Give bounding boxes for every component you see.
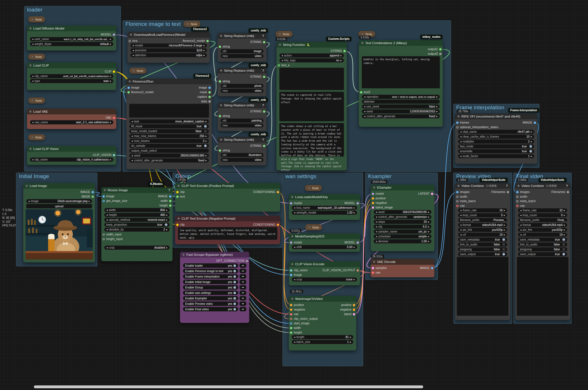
combo-left-arrow-icon[interactable]: ◀ <box>132 44 134 46</box>
input-port-clip_vision_output[interactable] <box>290 318 292 320</box>
output-port-OPT_CONNECTION[interactable] <box>246 260 248 262</box>
toggle-dot[interactable] <box>562 238 565 241</box>
combo-right-arrow-icon[interactable]: ▶ <box>436 106 438 108</box>
combo-right-arrow-icon[interactable]: ▶ <box>206 120 207 122</box>
combo-left-arrow-icon[interactable]: ◀ <box>460 224 461 226</box>
combo-left-arrow-icon[interactable]: ◀ <box>294 278 295 280</box>
combo-right-arrow-icon[interactable]: ▶ <box>110 38 111 40</box>
combo-left-arrow-icon[interactable]: ◀ <box>32 75 33 77</box>
widget-tidy_tags[interactable]: ◀tidy_tagsno▶ <box>279 58 344 63</box>
combo-left-arrow-icon[interactable]: ◀ <box>281 59 283 61</box>
widget-keep_model_loaded[interactable]: keep_model_loadedfalse <box>129 129 209 133</box>
input-port-negative[interactable] <box>372 202 374 204</box>
output-port-MODEL[interactable] <box>113 34 115 36</box>
combo-left-arrow-icon[interactable]: ◀ <box>131 120 133 122</box>
input-port-meta_batch[interactable] <box>456 200 459 202</box>
node-loadclipvision[interactable]: Load CLIP VisionCLIP_VISION◀clip_namecli… <box>27 146 116 165</box>
widget-num_beams[interactable]: ◀num_beams3▶ <box>129 139 209 143</box>
combo-right-arrow-icon[interactable]: ▶ <box>204 54 205 56</box>
combo-right-arrow-icon[interactable]: ▶ <box>110 75 111 77</box>
widget-new[interactable]: newvideo <box>220 123 264 128</box>
widget-loop_count[interactable]: ◀loop_count0▶ <box>518 213 567 217</box>
widget-scheduler[interactable]: ◀schedulersimple▶ <box>374 234 432 239</box>
combo-left-arrow-icon[interactable]: ◀ <box>131 140 133 142</box>
combo-left-arrow-icon[interactable]: ◀ <box>364 96 365 98</box>
combo-right-arrow-icon[interactable]: ▶ <box>564 234 565 236</box>
input-port-audio[interactable] <box>516 196 519 198</box>
widget-control_after_generate[interactable]: ◀control_after_generatefixed▶ <box>129 158 209 163</box>
widget-seed[interactable]: ◀seed606197642990195▶ <box>374 210 432 214</box>
input-port-clip[interactable] <box>176 224 179 226</box>
combo-left-arrow-icon[interactable]: ◀ <box>132 49 134 51</box>
node-modelsampling[interactable]: ModelSamplingSD3modelMODEL◀shift5.00▶ <box>289 233 360 252</box>
widget-save_metadata[interactable]: save_metadatatrue <box>518 237 567 242</box>
bypass-toggle[interactable]: Enable Groupyes <box>183 285 238 290</box>
combo-right-arrow-icon[interactable]: ▶ <box>204 49 205 51</box>
output-port-IMAGE[interactable] <box>92 191 94 193</box>
bypass-arrow-button[interactable]: ➡ <box>239 307 246 311</box>
combo-right-arrow-icon[interactable]: ▶ <box>166 219 168 221</box>
combo-right-arrow-icon[interactable]: ▶ <box>531 155 532 157</box>
node-header[interactable]: Florence2Run <box>126 79 212 84</box>
output-port-STRING[interactable] <box>263 76 265 78</box>
toggle-dot[interactable] <box>204 125 207 128</box>
toggle-dot[interactable] <box>204 144 207 147</box>
node-rife[interactable]: RIFE VFI (recommend rife47 and rife49)fr… <box>455 114 537 164</box>
widget-filename_prefix[interactable]: filename_prefixFinal_ <box>518 218 567 222</box>
node-header[interactable]: Resize Image? <box>101 187 173 193</box>
widget-seed[interactable]: ◀seed1109353555962553▶ <box>362 109 440 114</box>
bypass-arrow-button[interactable]: ➡ <box>239 301 246 306</box>
node-header[interactable]: LoraLoaderModelOnly <box>289 194 360 200</box>
node-header[interactable]: Fast Groups Bypasser (rgthree) <box>180 252 249 258</box>
output-port-CLIP_VISION_OUTPUT[interactable] <box>357 269 359 272</box>
output-port-width[interactable] <box>169 200 171 202</box>
combo-left-arrow-icon[interactable]: ◀ <box>520 229 521 231</box>
input-port-latent_image[interactable] <box>372 206 374 209</box>
bypass-toggle[interactable]: Enable Frame interpolationyes <box>183 274 238 279</box>
combo-right-arrow-icon[interactable]: ▶ <box>428 221 430 223</box>
combo-left-arrow-icon[interactable]: ◀ <box>131 155 133 157</box>
bypass-arrow-button[interactable]: ➡ <box>239 290 246 295</box>
toggle-dot[interactable] <box>562 248 565 251</box>
input-port-model[interactable] <box>290 202 292 204</box>
output-port-CLIP_VISION[interactable] <box>113 154 115 156</box>
combo-right-arrow-icon[interactable]: ▶ <box>206 155 207 157</box>
input-port-images[interactable] <box>456 191 459 193</box>
widget-steps[interactable]: ◀steps20▶ <box>374 220 432 224</box>
combo-left-arrow-icon[interactable]: ◀ <box>520 224 521 226</box>
input-port-positive[interactable] <box>290 304 292 306</box>
combo-right-arrow-icon[interactable]: ▶ <box>531 141 532 143</box>
toggle-dot[interactable] <box>502 238 505 241</box>
widget-ckpt_name[interactable]: ◀ckpt_namerife47.pth▶ <box>458 130 534 134</box>
combo-left-arrow-icon[interactable]: ◀ <box>460 131 461 133</box>
node-vc1[interactable]: Video Combine🎥ⓋⒽⓈ?imagesFilenamesaudiome… <box>455 183 510 320</box>
combo-left-arrow-icon[interactable]: ◀ <box>376 211 377 213</box>
horizontal-scrollbar[interactable] <box>34 385 423 388</box>
combo-left-arrow-icon[interactable]: ◀ <box>520 214 521 216</box>
input-port-frames[interactable] <box>456 122 459 124</box>
widget-new[interactable]: newvideo <box>220 158 264 162</box>
bypass-arrow-button[interactable]: ➡ <box>239 269 246 273</box>
combo-left-arrow-icon[interactable]: ◀ <box>131 159 133 161</box>
graph-canvas[interactable]: loaderFlorence image to textFrame interp… <box>0 0 588 390</box>
output-port-STRING[interactable] <box>263 41 265 43</box>
widget-crop[interactable]: ◀cropdisabled▶ <box>104 245 170 250</box>
widget-height[interactable]: ◀height480▶ <box>104 213 170 217</box>
output-port-CLIP[interactable] <box>113 71 115 73</box>
input-port-width_input[interactable] <box>102 233 105 236</box>
input-port-string[interactable] <box>219 149 221 152</box>
widget-loop_count[interactable]: ◀loop_count0▶ <box>458 213 507 217</box>
input-port-positive[interactable] <box>372 197 374 200</box>
widget-crf[interactable]: ◀crf19▶ <box>518 233 567 237</box>
widget-operation[interactable]: ◀operationtext1 + text2 to output1, text… <box>362 95 440 99</box>
textarea[interactable]: low quality, worst quality, deformed, di… <box>178 227 277 240</box>
widget-cfg[interactable]: ◀cfg6.0▶ <box>374 225 432 229</box>
widget-model[interactable]: ◀modelmicrosoft/Florence-2-large▶ <box>130 43 207 48</box>
node-header[interactable]: RIFE VFI (recommend rife47 and rife49) <box>455 114 537 119</box>
note-node[interactable]: Note <box>358 31 375 37</box>
toggle-dot[interactable] <box>165 223 168 226</box>
node-loadvae[interactable]: Load VAEVAE◀vae_namewan_2.1_vae.safetens… <box>27 109 116 129</box>
node-header[interactable]: Load Diffusion Model <box>27 26 116 31</box>
node-help-icon[interactable]: ? <box>168 188 170 192</box>
input-port-text_a[interactable] <box>278 64 280 67</box>
